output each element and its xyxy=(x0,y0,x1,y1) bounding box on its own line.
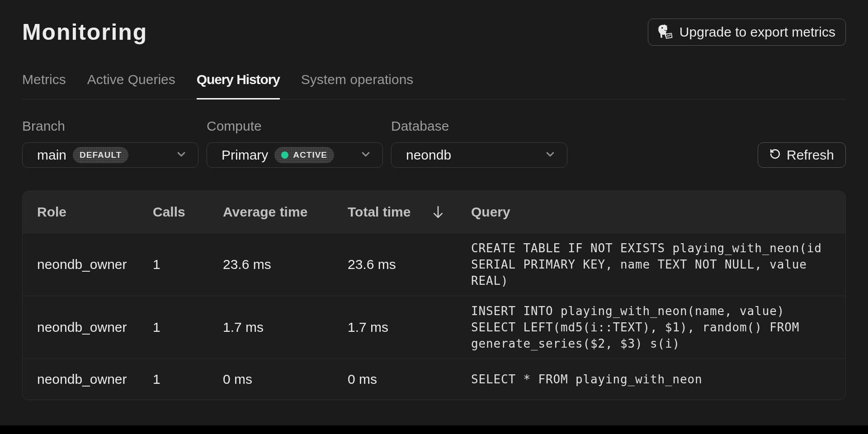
cell-role: neondb_owner xyxy=(23,296,153,359)
cell-total-time: 1.7 ms xyxy=(348,296,471,359)
cell-calls: 1 xyxy=(153,359,223,400)
table-row[interactable]: neondb_owner 1 1.7 ms 1.7 ms INSERT INTO… xyxy=(23,296,845,359)
refresh-icon xyxy=(769,147,781,163)
active-badge-label: ACTIVE xyxy=(293,150,327,160)
database-label: Database xyxy=(391,119,567,133)
compute-label: Compute xyxy=(207,119,383,133)
cell-role: neondb_owner xyxy=(23,359,153,400)
column-header-query[interactable]: Query xyxy=(471,191,845,233)
datadog-dog-icon xyxy=(657,24,674,40)
default-badge: DEFAULT xyxy=(73,147,128,163)
page-header: Monitoring Upgrade to export metrics xyxy=(22,0,846,46)
compute-select[interactable]: Primary ACTIVE xyxy=(207,142,383,168)
chevron-down-icon xyxy=(359,147,373,163)
table-row[interactable]: neondb_owner 1 23.6 ms 23.6 ms CREATE TA… xyxy=(23,233,845,296)
active-status-dot xyxy=(281,151,288,159)
tab-query-history[interactable]: Query History xyxy=(197,70,280,99)
cell-query: INSERT INTO playing_with_neon(name, valu… xyxy=(471,296,845,359)
cell-calls: 1 xyxy=(153,296,223,359)
cell-query: SELECT * FROM playing_with_neon xyxy=(471,359,845,400)
tab-metrics[interactable]: Metrics xyxy=(22,70,66,99)
cell-role: neondb_owner xyxy=(23,233,153,296)
upgrade-to-export-metrics-button[interactable]: Upgrade to export metrics xyxy=(648,19,846,46)
chevron-down-icon xyxy=(175,147,188,163)
sort-descending-icon[interactable] xyxy=(430,204,446,220)
table-row[interactable]: neondb_owner 1 0 ms 0 ms SELECT * FROM p… xyxy=(23,359,845,400)
cell-average-time: 0 ms xyxy=(223,359,348,400)
filter-bar: Branch main DEFAULT Compute Primary ACTI… xyxy=(22,119,846,168)
refresh-button-label: Refresh xyxy=(787,147,834,163)
column-header-role[interactable]: Role xyxy=(23,191,153,233)
column-header-total-time[interactable]: Total time xyxy=(348,191,471,233)
query-history-table: Role Calls Average time Total time xyxy=(23,191,845,400)
cell-total-time: 23.6 ms xyxy=(348,233,471,296)
refresh-button[interactable]: Refresh xyxy=(758,142,846,168)
database-filter: Database neondb xyxy=(391,119,567,168)
cell-query: CREATE TABLE IF NOT EXISTS playing_with_… xyxy=(471,233,845,296)
active-badge: ACTIVE xyxy=(274,147,334,163)
branch-value: main xyxy=(37,147,66,163)
cell-calls: 1 xyxy=(153,233,223,296)
branch-label: Branch xyxy=(22,119,198,133)
tab-active-queries[interactable]: Active Queries xyxy=(87,70,175,99)
column-header-average-time[interactable]: Average time xyxy=(223,191,348,233)
cell-average-time: 1.7 ms xyxy=(223,296,348,359)
branch-select[interactable]: main DEFAULT xyxy=(22,142,198,168)
database-value: neondb xyxy=(406,147,451,163)
query-history-table-card: Role Calls Average time Total time xyxy=(22,191,846,400)
compute-value: Primary xyxy=(222,147,268,163)
total-time-label: Total time xyxy=(348,204,410,220)
monitoring-page: Monitoring Upgrade to export metrics xyxy=(0,0,868,425)
compute-filter: Compute Primary ACTIVE xyxy=(207,119,383,168)
cell-total-time: 0 ms xyxy=(348,359,471,400)
chevron-down-icon xyxy=(543,147,557,163)
cell-average-time: 23.6 ms xyxy=(223,233,348,296)
tab-system-operations[interactable]: System operations xyxy=(301,70,413,99)
column-header-calls[interactable]: Calls xyxy=(153,191,223,233)
branch-filter: Branch main DEFAULT xyxy=(22,119,198,168)
database-select[interactable]: neondb xyxy=(391,142,567,168)
upgrade-button-label: Upgrade to export metrics xyxy=(679,24,835,40)
page-title: Monitoring xyxy=(22,19,147,46)
table-header-row: Role Calls Average time Total time xyxy=(23,191,845,233)
tab-bar: Metrics Active Queries Query History Sys… xyxy=(22,70,846,99)
